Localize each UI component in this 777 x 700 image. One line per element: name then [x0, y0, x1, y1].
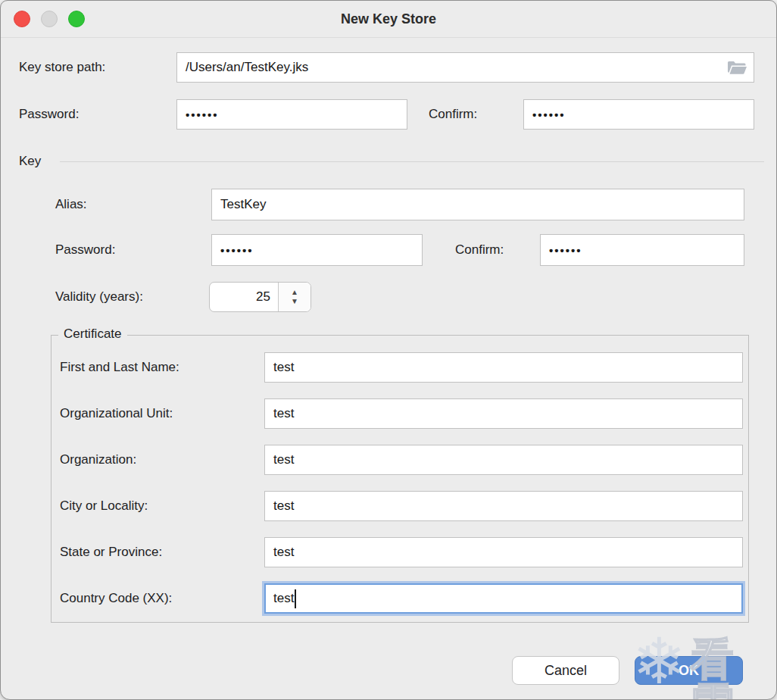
- ok-button[interactable]: OK: [635, 656, 743, 685]
- validity-label: Validity (years):: [55, 282, 143, 312]
- key-store-path-value: /Users/an/TestKey.jks: [186, 60, 308, 75]
- city-locality-field[interactable]: test: [264, 491, 743, 521]
- stepper-up-icon[interactable]: ▲: [279, 283, 310, 297]
- organization-field[interactable]: test: [264, 445, 743, 475]
- validity-stepper: ▲ ▼: [278, 283, 310, 311]
- key-confirm-value: ••••••: [549, 244, 582, 257]
- state-province-field[interactable]: test: [264, 537, 743, 567]
- key-section-divider: [60, 161, 764, 162]
- key-password-field[interactable]: ••••••: [211, 234, 423, 266]
- text-caret: [295, 589, 296, 608]
- city-locality-value: test: [273, 498, 294, 514]
- country-code-label: Country Code (XX):: [60, 583, 172, 614]
- certificate-legend: Certificate: [58, 327, 127, 342]
- country-code-field[interactable]: test: [264, 583, 743, 614]
- cancel-button[interactable]: Cancel: [512, 656, 619, 685]
- key-confirm-label: Confirm:: [455, 234, 504, 266]
- new-key-store-dialog: New Key Store Key store path: /Users/an/…: [0, 0, 777, 700]
- city-locality-label: City or Locality:: [60, 491, 148, 521]
- store-confirm-field[interactable]: ••••••: [523, 99, 754, 130]
- browse-folder-icon[interactable]: [727, 60, 747, 75]
- store-confirm-value: ••••••: [532, 108, 566, 121]
- first-last-name-label: First and Last Name:: [60, 352, 179, 383]
- key-store-path-field[interactable]: /Users/an/TestKey.jks: [176, 52, 754, 83]
- store-confirm-label: Confirm:: [429, 99, 477, 130]
- alias-value: TestKey: [220, 197, 266, 212]
- key-section-title: Key: [19, 149, 41, 173]
- organization-label: Organization:: [60, 445, 136, 475]
- key-password-value: ••••••: [220, 244, 254, 257]
- dialog-title: New Key Store: [1, 1, 776, 38]
- key-confirm-field[interactable]: ••••••: [540, 234, 744, 266]
- key-password-label: Password:: [55, 234, 115, 266]
- organizational-unit-label: Organizational Unit:: [60, 398, 173, 429]
- validity-value[interactable]: 25: [210, 283, 278, 311]
- organization-value: test: [273, 452, 294, 467]
- key-store-path-label: Key store path:: [19, 52, 105, 83]
- validity-spinner[interactable]: 25 ▲ ▼: [209, 282, 311, 312]
- alias-label: Alias:: [55, 189, 87, 220]
- store-password-value: ••••••: [186, 108, 219, 121]
- first-last-name-value: test: [273, 360, 294, 375]
- title-bar: New Key Store: [1, 1, 776, 38]
- store-password-label: Password:: [19, 99, 79, 130]
- stepper-down-icon[interactable]: ▼: [279, 297, 310, 311]
- first-last-name-field[interactable]: test: [264, 352, 743, 383]
- organizational-unit-field[interactable]: test: [264, 398, 743, 429]
- alias-field[interactable]: TestKey: [211, 189, 744, 220]
- organizational-unit-value: test: [273, 406, 294, 421]
- screenshot-stage: New Key Store Key store path: /Users/an/…: [0, 0, 777, 700]
- store-password-field[interactable]: ••••••: [176, 99, 407, 130]
- country-code-value: test: [273, 591, 294, 606]
- state-province-label: State or Province:: [60, 537, 162, 567]
- state-province-value: test: [273, 545, 294, 560]
